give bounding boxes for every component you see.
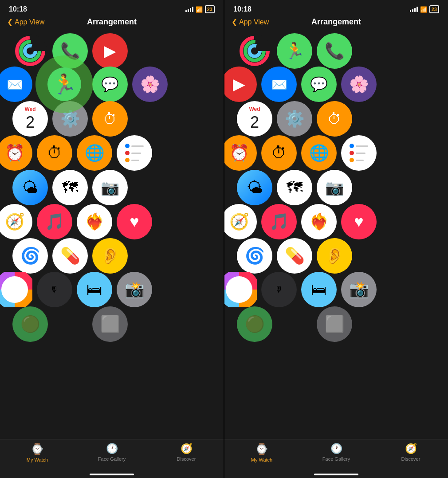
r-photos-app[interactable]: 📷	[317, 170, 352, 205]
health-app[interactable]: ♥	[117, 204, 152, 239]
r-health-app[interactable]: ♥	[341, 204, 377, 239]
r-camera-app[interactable]: 📸	[341, 272, 377, 307]
tab-mywatch-right[interactable]: ⌚ My Watch	[224, 443, 299, 462]
tab-facegallery-right[interactable]: 🕐 Face Gallery	[299, 443, 373, 462]
r-alarm-app[interactable]: ⏰	[224, 135, 257, 171]
r-mail-app[interactable]: ✉️	[261, 67, 297, 102]
timer-app[interactable]: ⏱	[92, 101, 128, 137]
tab-discover-right[interactable]: 🧭 Discover	[373, 443, 448, 462]
r-colorwheel-app[interactable]	[224, 272, 257, 307]
messages-app[interactable]: 💬	[92, 67, 128, 102]
tab-facegallery-left[interactable]: 🕐 Face Gallery	[75, 443, 149, 462]
back-chevron-left: ❮	[7, 18, 13, 26]
r-compass-app[interactable]: 🧭	[224, 204, 257, 239]
icon-layout-left: 📞 ▶ ✉️ 🏃 💬	[4, 33, 219, 435]
signal-icon-right	[410, 7, 418, 12]
music-app[interactable]: 🎵	[37, 204, 72, 239]
heartrate-app[interactable]: ❤️‍🔥	[77, 204, 112, 239]
nav-bar-right: ❮ App View Arrangement	[224, 16, 448, 30]
weather-app[interactable]: 🌤	[12, 170, 48, 205]
left-panel: 10:18 📶 23 ❮ App View Arrangement	[0, 0, 224, 478]
status-icons-right: 📶 23	[410, 5, 439, 13]
r-worldclock-app[interactable]: 🌐	[301, 135, 337, 171]
app-grid-left: 📞 ▶ ✉️ 🏃 💬	[0, 30, 224, 439]
right-panel: 10:18 📶 23 ❮ App View Arrangement	[224, 0, 448, 478]
colorwheel-app[interactable]	[0, 272, 32, 307]
activity-app[interactable]	[12, 33, 48, 69]
extra-app-1[interactable]: 🟢	[12, 306, 48, 342]
discover-icon-right: 🧭	[405, 443, 417, 454]
r-heartrate-app[interactable]: ❤️‍🔥	[301, 204, 337, 239]
sleep-app[interactable]: 🛏	[77, 272, 112, 307]
nav-bar-left: ❮ App View Arrangement	[0, 16, 224, 30]
facegallery-label-right: Face Gallery	[322, 456, 350, 462]
tab-discover-left[interactable]: 🧭 Discover	[149, 443, 224, 462]
back-chevron-right: ❮	[232, 18, 237, 26]
r-maps-app[interactable]: 🗺	[277, 170, 312, 205]
mywatch-icon-right: ⌚	[255, 443, 268, 455]
mail-app[interactable]: ✉️	[0, 67, 32, 102]
status-bar-right: 10:18 📶 23	[224, 0, 448, 16]
icon-layout-right: 🏃 📞 ▶ ✉️ 💬 🌸 Wed 2	[229, 33, 444, 435]
r-extra-app-2[interactable]: ⬜	[317, 306, 352, 342]
r-extra-app-1[interactable]: 🟢	[237, 306, 272, 342]
mywatch-icon-left: ⌚	[31, 443, 44, 455]
facegallery-icon-right: 🕐	[330, 443, 342, 454]
breathe-app[interactable]: 🌸	[132, 67, 168, 102]
r-settings-app[interactable]: ⚙️	[277, 101, 312, 137]
voicememos-app[interactable]: 🎙	[37, 272, 72, 307]
r-calendar-app[interactable]: Wed 2	[237, 101, 272, 137]
back-label-right: App View	[239, 18, 269, 26]
r-weather-app[interactable]: 🌤	[237, 170, 272, 205]
back-button-right[interactable]: ❮ App View	[232, 18, 269, 26]
svg-text:🏃: 🏃	[52, 73, 77, 96]
signal-icon	[185, 7, 193, 12]
r-stopwatch-app[interactable]: ⏱	[261, 135, 297, 171]
tab-bar-right: ⌚ My Watch 🕐 Face Gallery 🧭 Discover	[224, 439, 448, 478]
extra-app-2[interactable]: ⬜	[92, 306, 128, 342]
compass-app[interactable]: 🧭	[0, 204, 32, 239]
r-voicememos-app[interactable]: 🎙	[261, 272, 297, 307]
alarm-app[interactable]: ⏰	[0, 135, 32, 171]
reminders-app[interactable]	[117, 135, 152, 171]
r-breathe-app[interactable]: 🌸	[341, 67, 377, 102]
battery-icon: 23	[205, 5, 215, 13]
stopwatch-app[interactable]: ⏱	[37, 135, 72, 171]
time-right: 10:18	[233, 5, 252, 13]
photos-app[interactable]: 📷	[92, 170, 128, 205]
facegallery-label-left: Face Gallery	[98, 456, 126, 462]
tab-mywatch-left[interactable]: ⌚ My Watch	[0, 443, 75, 462]
r-phone-app[interactable]: 📞	[317, 33, 352, 69]
worldclock-app[interactable]: 🌐	[77, 135, 112, 171]
cycle-app[interactable]: 🌀	[12, 238, 48, 274]
r-medication-app[interactable]: 💊	[277, 238, 312, 274]
nav-title-left: Arrangement	[87, 17, 137, 27]
videos-app[interactable]: ▶	[92, 33, 128, 69]
r-videos-app[interactable]: ▶	[224, 67, 257, 102]
wifi-icon: 📶	[196, 6, 203, 13]
back-label-left: App View	[15, 18, 44, 26]
wifi-icon-right: 📶	[420, 6, 427, 13]
home-indicator-left	[90, 474, 134, 475]
r-hearing-app[interactable]: 👂	[317, 238, 352, 274]
workout-app-dragging[interactable]: 🏃	[35, 55, 93, 113]
r-messages-app[interactable]: 💬	[301, 67, 337, 102]
r-timer-app[interactable]: ⏱	[317, 101, 352, 137]
nav-title-right: Arrangement	[311, 17, 361, 27]
camera-app[interactable]: 📸	[117, 272, 152, 307]
mywatch-label-left: My Watch	[27, 457, 48, 462]
r-activity-app[interactable]	[237, 33, 272, 69]
r-music-app[interactable]: 🎵	[261, 204, 297, 239]
discover-label-right: Discover	[401, 456, 420, 462]
r-cycle-app[interactable]: 🌀	[237, 238, 272, 274]
back-button-left[interactable]: ❮ App View	[7, 18, 44, 26]
calendar-app[interactable]: Wed 2	[12, 101, 48, 137]
battery-icon-right: 23	[429, 5, 439, 13]
r-workout-app[interactable]: 🏃	[277, 33, 312, 69]
time-left: 10:18	[9, 5, 27, 13]
hearing-app[interactable]: 👂	[92, 238, 128, 274]
maps-app[interactable]: 🗺	[52, 170, 88, 205]
medication-app[interactable]: 💊	[52, 238, 88, 274]
r-sleep-app[interactable]: 🛏	[301, 272, 337, 307]
r-reminders-app[interactable]	[341, 135, 377, 171]
